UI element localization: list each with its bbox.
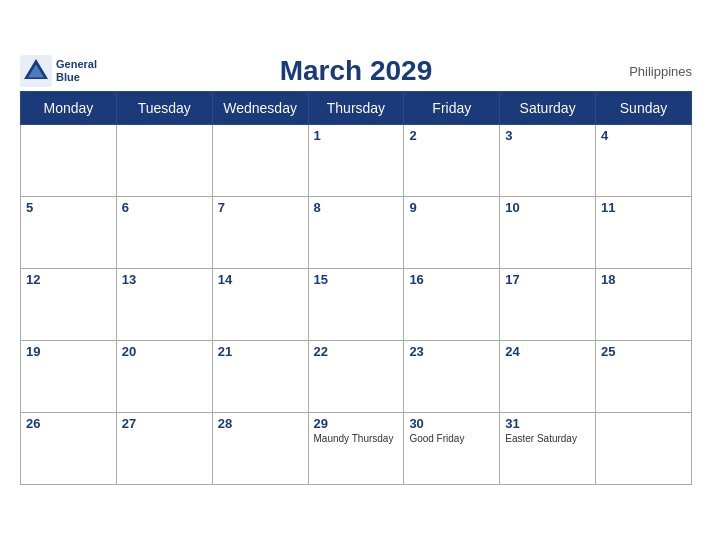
header-thursday: Thursday <box>308 92 404 125</box>
day-number: 22 <box>314 344 399 359</box>
header-saturday: Saturday <box>500 92 596 125</box>
day-number: 2 <box>409 128 494 143</box>
calendar-cell: 15 <box>308 269 404 341</box>
day-number: 27 <box>122 416 207 431</box>
calendar-table: Monday Tuesday Wednesday Thursday Friday… <box>20 91 692 485</box>
calendar-week-row: 26272829Maundy Thursday30Good Friday31Ea… <box>21 413 692 485</box>
calendar-cell: 30Good Friday <box>404 413 500 485</box>
day-number: 7 <box>218 200 303 215</box>
day-number: 19 <box>26 344 111 359</box>
calendar-cell: 10 <box>500 197 596 269</box>
calendar-cell: 8 <box>308 197 404 269</box>
day-number: 29 <box>314 416 399 431</box>
day-number: 14 <box>218 272 303 287</box>
calendar-cell: 31Easter Saturday <box>500 413 596 485</box>
calendar-cell: 19 <box>21 341 117 413</box>
calendar-cell: 26 <box>21 413 117 485</box>
day-number: 12 <box>26 272 111 287</box>
day-number: 25 <box>601 344 686 359</box>
calendar-cell: 23 <box>404 341 500 413</box>
day-number: 9 <box>409 200 494 215</box>
calendar-cell: 29Maundy Thursday <box>308 413 404 485</box>
day-number: 18 <box>601 272 686 287</box>
day-number: 23 <box>409 344 494 359</box>
calendar-cell: 25 <box>596 341 692 413</box>
calendar-thead: Monday Tuesday Wednesday Thursday Friday… <box>21 92 692 125</box>
weekday-header-row: Monday Tuesday Wednesday Thursday Friday… <box>21 92 692 125</box>
calendar-week-row: 12131415161718 <box>21 269 692 341</box>
day-number: 5 <box>26 200 111 215</box>
day-number: 16 <box>409 272 494 287</box>
calendar-cell: 4 <box>596 125 692 197</box>
day-number: 24 <box>505 344 590 359</box>
day-number: 21 <box>218 344 303 359</box>
day-number: 26 <box>26 416 111 431</box>
day-number: 15 <box>314 272 399 287</box>
calendar-cell: 1 <box>308 125 404 197</box>
calendar-cell: 21 <box>212 341 308 413</box>
calendar-cell: 20 <box>116 341 212 413</box>
calendar-cell: 7 <box>212 197 308 269</box>
day-number: 6 <box>122 200 207 215</box>
calendar-cell: 6 <box>116 197 212 269</box>
day-number: 3 <box>505 128 590 143</box>
country-label: Philippines <box>629 64 692 79</box>
calendar-cell <box>596 413 692 485</box>
day-number: 4 <box>601 128 686 143</box>
holiday-name: Good Friday <box>409 433 494 444</box>
calendar-title: March 2029 <box>20 55 692 87</box>
calendar-cell: 22 <box>308 341 404 413</box>
calendar-cell: 27 <box>116 413 212 485</box>
day-number: 31 <box>505 416 590 431</box>
calendar-cell <box>116 125 212 197</box>
calendar-cell: 11 <box>596 197 692 269</box>
calendar-body: 1234567891011121314151617181920212223242… <box>21 125 692 485</box>
day-number: 28 <box>218 416 303 431</box>
day-number: 8 <box>314 200 399 215</box>
header-sunday: Sunday <box>596 92 692 125</box>
calendar-cell <box>21 125 117 197</box>
calendar-cell: 13 <box>116 269 212 341</box>
calendar-cell: 28 <box>212 413 308 485</box>
calendar-cell: 14 <box>212 269 308 341</box>
day-number: 17 <box>505 272 590 287</box>
calendar-week-row: 1234 <box>21 125 692 197</box>
calendar-cell: 12 <box>21 269 117 341</box>
calendar-cell: 9 <box>404 197 500 269</box>
day-number: 20 <box>122 344 207 359</box>
calendar-cell: 18 <box>596 269 692 341</box>
holiday-name: Easter Saturday <box>505 433 590 444</box>
calendar-cell: 2 <box>404 125 500 197</box>
general-blue-logo-icon <box>20 55 52 87</box>
calendar-wrapper: General Blue March 2029 Philippines Mond… <box>0 45 712 505</box>
calendar-week-row: 567891011 <box>21 197 692 269</box>
header-monday: Monday <box>21 92 117 125</box>
header-wednesday: Wednesday <box>212 92 308 125</box>
calendar-week-row: 19202122232425 <box>21 341 692 413</box>
day-number: 1 <box>314 128 399 143</box>
holiday-name: Maundy Thursday <box>314 433 399 444</box>
calendar-cell: 16 <box>404 269 500 341</box>
calendar-cell: 17 <box>500 269 596 341</box>
calendar-header: General Blue March 2029 Philippines <box>20 55 692 87</box>
header-friday: Friday <box>404 92 500 125</box>
day-number: 13 <box>122 272 207 287</box>
day-number: 30 <box>409 416 494 431</box>
calendar-cell: 3 <box>500 125 596 197</box>
logo-area: General Blue <box>20 55 97 87</box>
day-number: 11 <box>601 200 686 215</box>
logo-text: General Blue <box>56 58 97 84</box>
calendar-cell: 24 <box>500 341 596 413</box>
calendar-cell: 5 <box>21 197 117 269</box>
day-number: 10 <box>505 200 590 215</box>
header-tuesday: Tuesday <box>116 92 212 125</box>
calendar-cell <box>212 125 308 197</box>
